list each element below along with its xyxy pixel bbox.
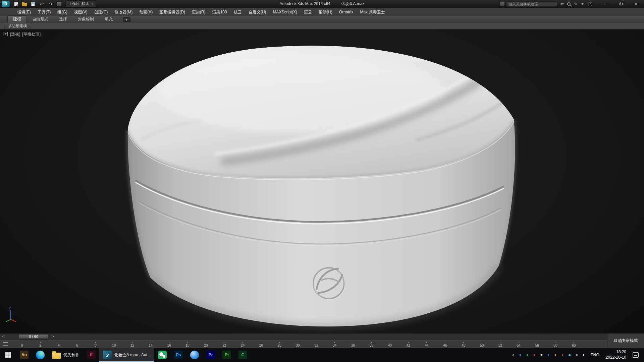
perspective-viewport[interactable]: [+][透视][明暗处理] [0,29,644,334]
time-bar: < 0 / 60 > 02468101214161820222426283032… [0,334,644,348]
cancel-expert-mode-button[interactable]: 取消专家模式 [607,334,644,348]
z-axis-label: Z [9,306,11,310]
ribbon-tab[interactable]: 自由形式 [27,16,54,23]
file-name-text: 化妆盒A.max [341,1,364,6]
menu-item[interactable]: 图形编辑器(D) [156,8,189,16]
viewport-label[interactable]: [明暗处理] [22,32,41,37]
time-slider-track[interactable]: < 0 / 60 > [0,334,607,340]
signin-icon[interactable]: ✎ [574,2,577,6]
ruler-tick: 50 [473,340,491,348]
save-file-icon[interactable] [31,2,35,6]
app-title-text: Autodesk 3ds Max 2014 x64 [280,1,330,6]
menu-bar: 编辑(E)工具(T)组(G)视图(V)创建(C)修改器(M)动画(A)图形编辑器… [0,8,644,16]
track-bar[interactable]: 0246810121416182022242628303234363840424… [0,340,607,348]
premiere-icon[interactable]: Pr [203,348,219,362]
viewport-label-bar: [+][透视][明暗处理] [3,32,41,37]
ruler-tick: 42 [399,340,418,348]
prev-frame-button[interactable]: < [1,334,6,340]
menu-item[interactable]: 创建(C) [91,8,111,16]
3dsmax-taskbar-item[interactable]: 3 化妆盒A.max - Aut... [99,348,154,362]
menu-item[interactable]: 工具(T) [34,8,54,16]
tray-icon[interactable]: ■ [573,348,580,362]
ribbon-panel-tab[interactable]: 多边形建模 [4,23,31,29]
tray-icon[interactable]: ◆ [566,348,573,362]
wechat-icon[interactable] [154,348,170,362]
menu-item[interactable]: Max 杀毒卫士 [357,8,388,16]
tray-icon[interactable]: ● [517,348,524,362]
app-pt-icon[interactable]: Pt [219,348,235,362]
menu-item[interactable]: 渲染100 [209,8,230,16]
new-scene-icon[interactable] [14,2,18,6]
close-button[interactable]: × [629,0,644,8]
clock[interactable]: 18:20 2022-10-10 [603,350,629,360]
search-icon[interactable] [567,2,571,6]
minimize-button[interactable] [598,0,613,8]
next-frame-button[interactable]: > [50,334,55,340]
ruler-tick: 54 [509,340,528,348]
undo-icon[interactable]: ↶ [39,1,44,7]
search-history-icon[interactable] [500,2,504,6]
folder-shortcut[interactable]: 优先制作 [48,348,83,362]
ruler-tick: 14 [142,340,160,348]
taskbar-app-icon: Pt [222,351,231,359]
menu-item[interactable]: 帮助(H) [315,8,336,16]
ruler-tick: 0 [13,340,31,348]
app-fl-icon[interactable]: fl [83,348,99,362]
tray-icon[interactable]: ● [580,348,587,362]
open-file-icon[interactable] [22,3,27,6]
time-slider-handle[interactable]: 0 / 60 [19,334,48,339]
favorites-star-icon[interactable]: ★ [581,2,584,6]
ribbon-tab[interactable]: 填充 [99,16,118,23]
communication-center-icon[interactable]: ⇄ [560,2,564,6]
action-center-icon[interactable] [633,352,639,358]
tray-icon[interactable]: ■ [538,348,545,362]
clock-date: 2022-10-10 [606,355,626,360]
menu-item[interactable]: Ornatrix [336,8,357,16]
restore-button[interactable] [613,0,629,8]
track-bar-ruler: 0246810121416182022242628303234363840424… [13,340,583,348]
ruler-tick: 36 [344,340,362,348]
menu-item[interactable]: 视图(V) [71,8,91,16]
menu-item[interactable]: 自定义(U) [245,8,270,16]
ribbon-minimize-button[interactable]: ▾ [123,17,130,22]
help-icon[interactable]: ? [588,2,592,6]
application-menu-button[interactable]: 3 [2,1,10,7]
ruler-tick: 40 [381,340,399,348]
menu-item[interactable]: 编辑(E) [14,8,34,16]
tray-expand-icon[interactable]: ∧ [510,348,517,362]
menu-item[interactable]: MAXScript(X) [269,8,301,16]
ribbon-tab[interactable]: 建模 [7,15,27,23]
infocenter-icons: ⇄✎★? [560,2,592,6]
app-c-icon[interactable]: C [235,348,251,362]
ribbon-tab[interactable]: 对象绘制 [72,16,99,23]
photoshop-icon[interactable]: Ps [170,348,186,362]
project-folder-icon[interactable] [57,2,61,6]
menu-item[interactable]: 组(G) [54,8,70,16]
menu-item[interactable]: 渲染(R) [189,8,209,16]
tray-icon[interactable]: ● [531,348,538,362]
search-input[interactable] [506,1,557,7]
tray-icon[interactable]: ● [545,348,552,362]
browser-icon[interactable] [186,348,203,362]
ruler-tick: 8 [86,340,105,348]
ime-language-indicator[interactable]: ENG [587,353,603,357]
ruler-tick: 22 [215,340,233,348]
redo-icon[interactable]: ↷ [48,1,53,7]
menu-item[interactable]: 炫云 [230,8,245,16]
tray-icon[interactable]: ● [524,348,531,362]
mini-track-icon[interactable] [3,342,8,346]
ribbon-tab[interactable]: 选择 [54,16,72,23]
chevron-down-icon: ▾ [91,2,93,6]
tray-icon[interactable]: ● [559,348,566,362]
audition-icon[interactable]: Au [16,348,32,362]
menu-item[interactable]: 动画(A) [136,8,156,16]
workspace-dropdown[interactable]: 工作区: 默认 ▾ [65,0,96,7]
menu-item[interactable]: 修改器(M) [111,8,136,16]
menu-item[interactable]: 渲云 [301,8,315,16]
start-button[interactable] [0,348,16,362]
viewport-label[interactable]: [+] [3,32,8,37]
tray-icon[interactable]: ● [552,348,559,362]
ruler-tick: 48 [454,340,473,348]
edge-browser-icon[interactable] [32,348,48,362]
viewport-label[interactable]: [透视] [10,32,20,37]
